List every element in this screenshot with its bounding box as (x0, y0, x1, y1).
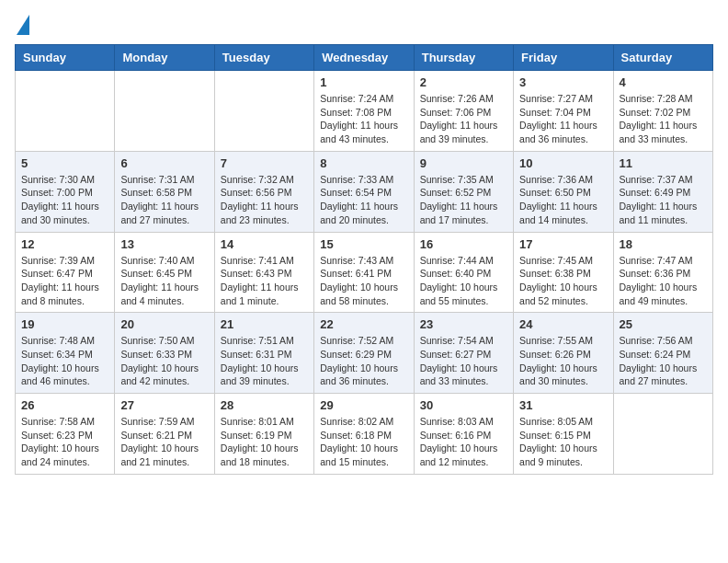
calendar-cell: 7Sunrise: 7:32 AMSunset: 6:56 PMDaylight… (214, 151, 313, 232)
calendar-cell: 23Sunrise: 7:54 AMSunset: 6:27 PMDayligh… (414, 313, 513, 394)
day-number: 2 (420, 75, 507, 89)
calendar-cell (613, 394, 712, 475)
day-number: 10 (519, 156, 607, 170)
day-info: Sunrise: 7:54 AMSunset: 6:27 PMDaylight:… (420, 334, 507, 388)
calendar-cell: 8Sunrise: 7:33 AMSunset: 6:54 PMDaylight… (314, 151, 414, 232)
calendar-week-1: 1Sunrise: 7:24 AMSunset: 7:08 PMDaylight… (16, 71, 713, 152)
day-number: 25 (620, 317, 707, 331)
day-number: 13 (120, 237, 208, 251)
logo-image (15, 15, 29, 35)
day-number: 15 (320, 237, 407, 251)
day-info: Sunrise: 7:39 AMSunset: 6:47 PMDaylight:… (21, 254, 108, 308)
day-number: 21 (221, 317, 308, 331)
calendar-cell: 19Sunrise: 7:48 AMSunset: 6:34 PMDayligh… (16, 313, 115, 394)
day-info: Sunrise: 7:35 AMSunset: 6:52 PMDaylight:… (420, 173, 507, 227)
day-info: Sunrise: 7:55 AMSunset: 6:26 PMDaylight:… (519, 334, 607, 388)
day-info: Sunrise: 7:45 AMSunset: 6:38 PMDaylight:… (519, 254, 607, 308)
calendar-cell: 14Sunrise: 7:41 AMSunset: 6:43 PMDayligh… (214, 232, 313, 313)
calendar-cell: 1Sunrise: 7:24 AMSunset: 7:08 PMDaylight… (314, 71, 414, 152)
day-number: 16 (420, 237, 507, 251)
day-number: 19 (21, 317, 108, 331)
calendar-cell: 29Sunrise: 8:02 AMSunset: 6:18 PMDayligh… (314, 394, 414, 475)
day-info: Sunrise: 7:51 AMSunset: 6:31 PMDaylight:… (221, 334, 308, 388)
day-info: Sunrise: 7:31 AMSunset: 6:58 PMDaylight:… (120, 173, 208, 227)
weekday-header-monday: Monday (115, 45, 214, 71)
day-info: Sunrise: 7:24 AMSunset: 7:08 PMDaylight:… (320, 92, 407, 146)
day-info: Sunrise: 8:02 AMSunset: 6:18 PMDaylight:… (320, 415, 407, 469)
calendar-table: SundayMondayTuesdayWednesdayThursdayFrid… (15, 44, 713, 475)
day-info: Sunrise: 7:48 AMSunset: 6:34 PMDaylight:… (21, 334, 108, 388)
day-number: 4 (620, 75, 707, 89)
calendar-week-3: 12Sunrise: 7:39 AMSunset: 6:47 PMDayligh… (16, 232, 713, 313)
calendar-cell: 16Sunrise: 7:44 AMSunset: 6:40 PMDayligh… (414, 232, 513, 313)
day-info: Sunrise: 7:43 AMSunset: 6:41 PMDaylight:… (320, 254, 407, 308)
day-number: 23 (420, 317, 507, 331)
day-info: Sunrise: 8:03 AMSunset: 6:16 PMDaylight:… (420, 415, 507, 469)
calendar-cell: 31Sunrise: 8:05 AMSunset: 6:15 PMDayligh… (514, 394, 613, 475)
calendar-cell (214, 71, 313, 152)
calendar-cell: 4Sunrise: 7:28 AMSunset: 7:02 PMDaylight… (613, 71, 712, 152)
calendar-cell: 25Sunrise: 7:56 AMSunset: 6:24 PMDayligh… (613, 313, 712, 394)
day-info: Sunrise: 7:27 AMSunset: 7:04 PMDaylight:… (519, 92, 607, 146)
day-number: 26 (21, 398, 108, 412)
calendar-cell: 28Sunrise: 8:01 AMSunset: 6:19 PMDayligh… (214, 394, 313, 475)
calendar-cell: 27Sunrise: 7:59 AMSunset: 6:21 PMDayligh… (115, 394, 214, 475)
weekday-header-thursday: Thursday (414, 45, 513, 71)
calendar-cell: 21Sunrise: 7:51 AMSunset: 6:31 PMDayligh… (214, 313, 313, 394)
day-number: 7 (221, 156, 308, 170)
weekday-header-wednesday: Wednesday (314, 45, 414, 71)
day-number: 29 (320, 398, 407, 412)
day-info: Sunrise: 7:28 AMSunset: 7:02 PMDaylight:… (620, 92, 707, 146)
day-info: Sunrise: 7:52 AMSunset: 6:29 PMDaylight:… (320, 334, 407, 388)
calendar-cell: 18Sunrise: 7:47 AMSunset: 6:36 PMDayligh… (613, 232, 712, 313)
weekday-header-saturday: Saturday (613, 45, 712, 71)
calendar-cell: 2Sunrise: 7:26 AMSunset: 7:06 PMDaylight… (414, 71, 513, 152)
day-info: Sunrise: 7:47 AMSunset: 6:36 PMDaylight:… (620, 254, 707, 308)
calendar-cell: 3Sunrise: 7:27 AMSunset: 7:04 PMDaylight… (514, 71, 613, 152)
calendar-cell: 24Sunrise: 7:55 AMSunset: 6:26 PMDayligh… (514, 313, 613, 394)
logo (15, 15, 29, 35)
day-number: 3 (519, 75, 607, 89)
calendar-cell: 9Sunrise: 7:35 AMSunset: 6:52 PMDaylight… (414, 151, 513, 232)
day-number: 5 (21, 156, 108, 170)
calendar-cell: 13Sunrise: 7:40 AMSunset: 6:45 PMDayligh… (115, 232, 214, 313)
calendar-week-2: 5Sunrise: 7:30 AMSunset: 7:00 PMDaylight… (16, 151, 713, 232)
day-info: Sunrise: 7:33 AMSunset: 6:54 PMDaylight:… (320, 173, 407, 227)
day-number: 9 (420, 156, 507, 170)
day-number: 31 (519, 398, 607, 412)
day-info: Sunrise: 7:26 AMSunset: 7:06 PMDaylight:… (420, 92, 507, 146)
day-number: 6 (120, 156, 208, 170)
day-number: 17 (519, 237, 607, 251)
day-info: Sunrise: 7:36 AMSunset: 6:50 PMDaylight:… (519, 173, 607, 227)
day-info: Sunrise: 7:44 AMSunset: 6:40 PMDaylight:… (420, 254, 507, 308)
calendar-cell: 22Sunrise: 7:52 AMSunset: 6:29 PMDayligh… (314, 313, 414, 394)
weekday-header-tuesday: Tuesday (214, 45, 313, 71)
calendar-cell: 26Sunrise: 7:58 AMSunset: 6:23 PMDayligh… (16, 394, 115, 475)
day-info: Sunrise: 8:05 AMSunset: 6:15 PMDaylight:… (519, 415, 607, 469)
day-number: 30 (420, 398, 507, 412)
day-info: Sunrise: 7:30 AMSunset: 7:00 PMDaylight:… (21, 173, 108, 227)
weekday-header-friday: Friday (514, 45, 613, 71)
calendar-cell: 20Sunrise: 7:50 AMSunset: 6:33 PMDayligh… (115, 313, 214, 394)
day-number: 18 (620, 237, 707, 251)
day-number: 28 (221, 398, 308, 412)
day-number: 27 (120, 398, 208, 412)
weekday-header-sunday: Sunday (16, 45, 115, 71)
day-number: 8 (320, 156, 407, 170)
day-number: 14 (221, 237, 308, 251)
day-number: 22 (320, 317, 407, 331)
day-number: 12 (21, 237, 108, 251)
day-info: Sunrise: 7:59 AMSunset: 6:21 PMDaylight:… (120, 415, 208, 469)
day-info: Sunrise: 7:41 AMSunset: 6:43 PMDaylight:… (221, 254, 308, 308)
day-number: 1 (320, 75, 407, 89)
calendar-cell: 17Sunrise: 7:45 AMSunset: 6:38 PMDayligh… (514, 232, 613, 313)
calendar-week-4: 19Sunrise: 7:48 AMSunset: 6:34 PMDayligh… (16, 313, 713, 394)
logo-triangle-icon (17, 15, 29, 35)
calendar-week-5: 26Sunrise: 7:58 AMSunset: 6:23 PMDayligh… (16, 394, 713, 475)
day-info: Sunrise: 7:40 AMSunset: 6:45 PMDaylight:… (120, 254, 208, 308)
calendar-cell (115, 71, 214, 152)
calendar-cell: 11Sunrise: 7:37 AMSunset: 6:49 PMDayligh… (613, 151, 712, 232)
day-info: Sunrise: 7:32 AMSunset: 6:56 PMDaylight:… (221, 173, 308, 227)
calendar-cell: 5Sunrise: 7:30 AMSunset: 7:00 PMDaylight… (16, 151, 115, 232)
day-info: Sunrise: 7:58 AMSunset: 6:23 PMDaylight:… (21, 415, 108, 469)
